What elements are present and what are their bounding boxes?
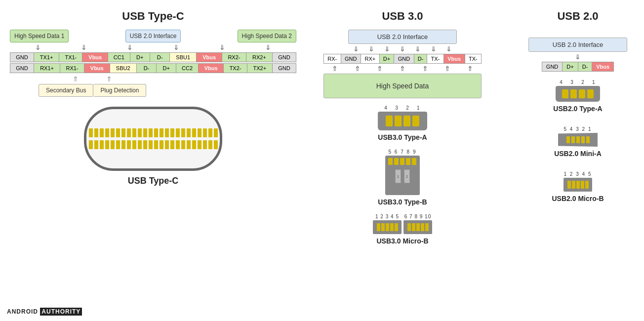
watermark-android: ANDROID — [7, 308, 40, 315]
usb20-type-a: 4 3 2 1 USB2.0 Type-A — [553, 80, 602, 113]
usb30-interface-box: USB 2.0 Interface — [348, 30, 457, 44]
usb20-type-a-label: USB2.0 Type-A — [553, 105, 602, 113]
usb30-title: USB 3.0 — [316, 10, 489, 23]
usb30-micro-b-label: USB3.0 Micro-B — [376, 237, 428, 245]
usb20-title: USB 2.0 — [504, 10, 644, 23]
usb20-pins: GNDD+D-Vbus — [542, 62, 614, 72]
usb30-type-a-connector — [378, 112, 427, 130]
usbc-pin-row2: GNDRX1+RX1-VbusSBU2D-D+CC2VbusTX2-TX2+GN… — [10, 63, 296, 73]
usb30-micro-b-right — [403, 220, 432, 234]
watermark: ANDROID AUTHORITY — [7, 308, 82, 315]
usbc-connector-area: USB Type-C — [10, 107, 296, 186]
watermark-authority: AUTHORITY — [40, 308, 82, 316]
usb20-section: USB 2.0 USB 2.0 Interface ⇓ GNDD+D-Vbus … — [499, 5, 644, 316]
usb30-type-b-connector: 1 2 — [385, 156, 420, 195]
usb30-micro-b-left — [373, 220, 402, 234]
usb30-type-a-numbers: 4 3 2 1 — [384, 105, 420, 111]
usb30-hs-data: High Speed Data — [323, 74, 482, 98]
usbc-connector — [84, 107, 222, 171]
usb20-mini-a: 5 4 3 2 1 USB2.0 Mini-A — [554, 126, 602, 158]
usb30-type-a: 4 3 2 1 USB3.0 Type-A — [378, 105, 427, 141]
usb30-type-b: 5 6 7 8 9 1 2 USB3.0 Type-B — [378, 149, 427, 206]
usb20-interface-label: USB 2.0 Interface — [125, 30, 181, 42]
usb20-mini-a-label: USB2.0 Mini-A — [554, 150, 602, 158]
usb20-mini-a-connector — [558, 133, 598, 147]
usb30-micro-b: 1 2 3 4 5 6 7 8 9 10 USB3.0 Micro-B — [373, 214, 432, 245]
secondary-bus-label: Secondary Bus — [39, 84, 93, 97]
high-speed-1-label: High Speed Data 1 — [10, 30, 69, 42]
usbc-pin-row1: GNDTX1+TX1-VbusCC1D+D-SBU1VbusRX2-RX2+GN… — [10, 52, 296, 62]
usb20-micro-b: 1 2 3 4 5 USB2.0 Micro-B — [552, 171, 604, 202]
usbc-title: USB Type-C — [10, 10, 296, 23]
usb20-interface-box: USB 2.0 Interface — [528, 38, 627, 52]
high-speed-2-label: High Speed Data 2 — [238, 30, 296, 42]
usbc-connector-label: USB Type-C — [128, 176, 179, 186]
usb30-type-b-numbers: 5 6 7 8 9 — [389, 149, 417, 155]
usb30-type-b-label: USB3.0 Type-B — [378, 198, 427, 206]
usb20-micro-b-connector — [564, 178, 592, 192]
usbc-section: USB Type-C High Speed Data 1 USB 2.0 Int… — [5, 5, 301, 316]
usb30-pins: RX-GNDRX+D+GNDD-TX-VbusTX- — [323, 54, 482, 64]
usb30-type-a-label: USB3.0 Type-A — [378, 133, 427, 141]
usb30-section: USB 3.0 USB 2.0 Interface ⇓ ⇓ ⇓ ⇓ ⇓ ⇓ ⇓ … — [306, 5, 494, 316]
usb20-micro-b-label: USB2.0 Micro-B — [552, 195, 604, 202]
plug-detection-label: Plug Detection — [93, 84, 146, 97]
usb20-type-a-connector — [556, 86, 600, 102]
